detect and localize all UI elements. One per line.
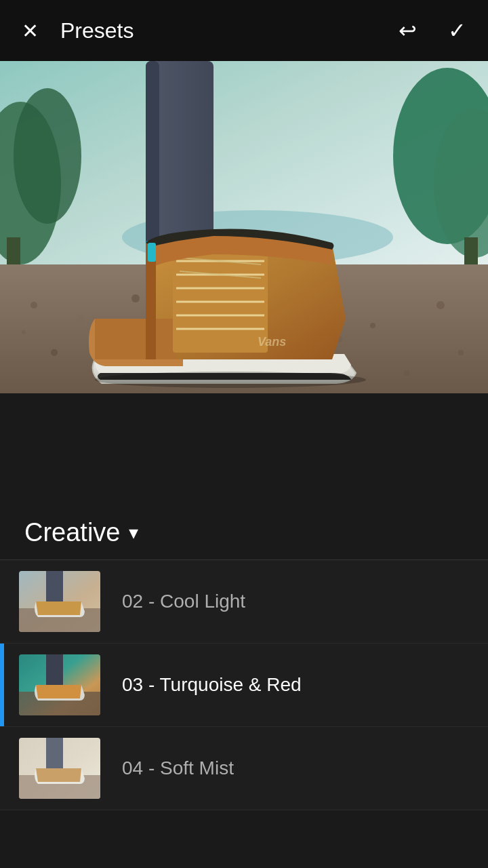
category-section: Creative ▾: [0, 502, 488, 560]
category-dropdown[interactable]: Creative ▾: [24, 518, 138, 547]
image-bottom-pad: [0, 393, 488, 502]
category-label: Creative: [24, 518, 121, 547]
svg-text:Vans: Vans: [258, 335, 286, 349]
close-icon: ✕: [22, 19, 39, 43]
svg-point-2: [14, 88, 81, 224]
svg-point-10: [79, 316, 84, 321]
preset-thumbnail: [19, 738, 100, 799]
preset-thumbnail: [19, 571, 100, 632]
preset-item[interactable]: 03 - Turquoise & Red: [0, 644, 488, 727]
header-actions: ↩ ✓: [393, 12, 472, 49]
undo-icon: ↩: [399, 18, 417, 43]
svg-point-15: [436, 301, 445, 309]
svg-point-38: [95, 372, 366, 388]
preset-thumbnail: [19, 654, 100, 715]
page-title: Presets: [60, 18, 134, 43]
preset-list: 02 - Cool Light 03 - Turquoise & Red: [0, 560, 488, 810]
header-left: ✕ Presets: [16, 14, 134, 48]
preset-name: 04 - Soft Mist: [122, 757, 234, 779]
main-photo: Vans: [0, 61, 488, 393]
svg-point-23: [458, 350, 464, 355]
check-icon: ✓: [448, 18, 466, 43]
svg-point-9: [30, 302, 37, 309]
svg-point-16: [51, 349, 58, 356]
svg-point-14: [370, 323, 375, 328]
header: ✕ Presets ↩ ✓: [0, 0, 488, 61]
confirm-button[interactable]: ✓: [443, 12, 472, 49]
svg-point-19: [404, 370, 409, 376]
preset-name: 03 - Turquoise & Red: [122, 674, 302, 696]
preset-name: 02 - Cool Light: [122, 591, 245, 612]
undo-button[interactable]: ↩: [393, 12, 422, 49]
svg-point-11: [131, 294, 140, 302]
preset-item[interactable]: 04 - Soft Mist: [0, 727, 488, 810]
preset-item[interactable]: 02 - Cool Light: [0, 560, 488, 644]
svg-point-20: [22, 330, 26, 334]
svg-rect-37: [148, 243, 156, 262]
close-button[interactable]: ✕: [16, 14, 44, 48]
photo-svg: Vans: [0, 61, 488, 393]
chevron-down-icon: ▾: [129, 521, 138, 544]
